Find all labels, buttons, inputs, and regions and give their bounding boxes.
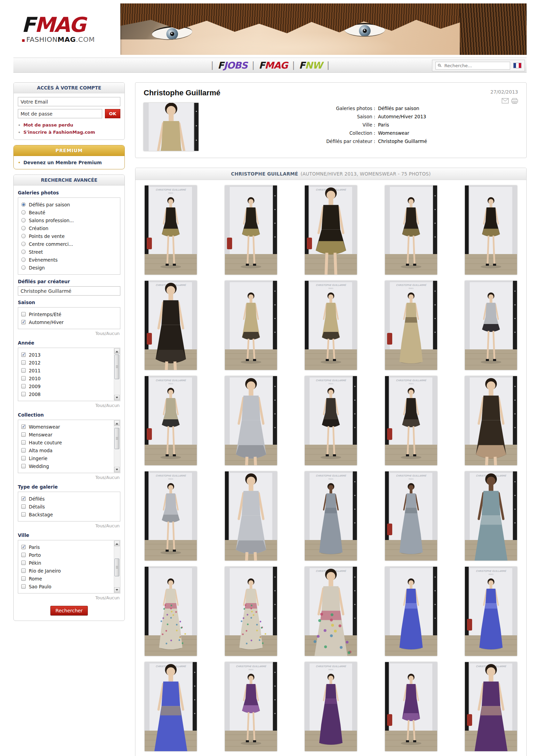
checkbox-icon[interactable] <box>21 352 26 357</box>
email-field[interactable] <box>18 97 120 106</box>
checkbox-option[interactable]: Détails <box>20 503 118 511</box>
premium-link[interactable]: • Devenez un Membre Premium <box>18 160 120 165</box>
gallery-photo[interactable]: CHRISTOPHE GUILLARMÉPARIS <box>305 662 357 751</box>
checkbox-icon[interactable] <box>21 568 26 573</box>
radio-icon[interactable] <box>21 250 26 254</box>
checkbox-option[interactable]: 2012 <box>20 359 112 367</box>
checkbox-option[interactable]: Paris <box>20 543 112 551</box>
scroll-up-button[interactable] <box>114 348 120 354</box>
gallery-photo[interactable] <box>385 567 437 656</box>
checkbox-option[interactable]: 2009 <box>20 382 112 390</box>
radio-option[interactable]: Street <box>20 248 118 256</box>
checkbox-option[interactable]: Wedding <box>20 462 112 470</box>
radio-icon[interactable] <box>21 234 26 238</box>
gallery-photo[interactable]: CHRISTOPHE GUILLARMÉPARIS <box>305 185 357 275</box>
checkbox-option[interactable]: Lingerie <box>20 454 112 462</box>
gallery-photo[interactable] <box>225 281 277 370</box>
gallery-photo[interactable]: CHRISTOPHE GUILLARMÉPARIS <box>145 376 197 465</box>
radio-option[interactable]: Evènements <box>20 256 118 264</box>
radio-icon[interactable] <box>21 226 26 230</box>
checkbox-icon[interactable] <box>21 456 26 460</box>
gallery-photo[interactable] <box>225 185 277 275</box>
premium-link-label[interactable]: Devenez un Membre Premium <box>23 160 101 165</box>
checkbox-icon[interactable] <box>21 384 26 388</box>
checkbox-icon[interactable] <box>21 368 26 373</box>
gallery-photo[interactable]: CHRISTOPHE GUILLARMÉPARIS <box>465 471 517 561</box>
checkbox-option[interactable]: 2008 <box>20 390 112 398</box>
scroll-thumb[interactable] <box>115 559 119 576</box>
checkbox-option[interactable]: Sao Paulo <box>20 583 112 590</box>
checkbox-option[interactable]: Backstage <box>20 511 118 518</box>
checkbox-icon[interactable] <box>21 584 26 589</box>
gallery-photo[interactable]: CHRISTOPHE GUILLARMÉPARIS <box>305 567 357 656</box>
gallery-photo[interactable] <box>225 376 277 465</box>
checkbox-option[interactable]: Printemps/Eté <box>20 310 118 318</box>
nav-logo-fmag[interactable]: FMAG <box>259 60 288 71</box>
password-field[interactable] <box>18 109 102 118</box>
checkbox-icon[interactable] <box>21 376 26 381</box>
gallery-photo[interactable]: CHRISTOPHE GUILLARMÉPARIS <box>305 471 357 561</box>
nav-logo-fnw[interactable]: FNW <box>299 60 322 71</box>
checkbox-option[interactable]: 2011 <box>20 367 112 374</box>
radio-icon[interactable] <box>21 210 26 215</box>
radio-option[interactable]: Beauté <box>20 208 118 216</box>
checkbox-icon[interactable] <box>21 424 26 429</box>
checkbox-option[interactable]: Haute couture <box>20 439 112 446</box>
search-input[interactable] <box>435 62 510 70</box>
scrollbar[interactable] <box>114 420 120 472</box>
gallery-photo[interactable] <box>385 185 437 275</box>
checkbox-icon[interactable] <box>21 553 26 557</box>
checkbox-icon[interactable] <box>21 432 26 437</box>
gallery-photo[interactable]: CHRISTOPHE GUILLARMÉPARIS <box>465 662 517 751</box>
checkbox-option[interactable]: Alta moda <box>20 446 112 454</box>
gallery-photo[interactable]: CHRISTOPHE GUILLARMÉPARIS <box>145 281 197 370</box>
gallery-photo[interactable] <box>145 567 197 656</box>
checkbox-option[interactable]: Pékin <box>20 559 112 567</box>
scroll-down-button[interactable] <box>114 467 120 472</box>
print-icon[interactable] <box>511 98 518 104</box>
checkbox-option[interactable]: 2013 <box>20 351 112 359</box>
account-link-label[interactable]: S'inscrire à FashionMag.com <box>23 130 95 135</box>
checkbox-icon[interactable] <box>21 545 26 549</box>
checkbox-icon[interactable] <box>21 496 26 501</box>
radio-icon[interactable] <box>21 257 26 262</box>
checkbox-icon[interactable] <box>21 561 26 565</box>
gallery-photo[interactable]: CHRISTOPHE GUILLARMÉPARIS <box>305 376 357 465</box>
gallery-photo[interactable] <box>465 376 517 465</box>
account-link[interactable]: •S'inscrire à FashionMag.com <box>18 129 120 136</box>
checkbox-icon[interactable] <box>21 312 26 316</box>
checkbox-option[interactable]: Porto <box>20 551 112 559</box>
gallery-photo[interactable]: CHRISTOPHE GUILLARMÉPARIS <box>145 662 197 751</box>
gallery-photo[interactable] <box>225 471 277 561</box>
login-ok-button[interactable]: OK <box>105 109 120 118</box>
gallery-photo[interactable]: CHRISTOPHE GUILLARMÉPARIS <box>305 281 357 370</box>
scroll-down-button[interactable] <box>114 395 120 400</box>
checkbox-icon[interactable] <box>21 440 26 445</box>
checkbox-option[interactable]: Automne/Hiver <box>20 318 118 326</box>
gallery-photo[interactable]: CHRISTOPHE GUILLARMÉPARIS <box>385 281 437 370</box>
french-flag-icon[interactable] <box>513 63 521 68</box>
checkbox-option[interactable]: Défilés <box>20 495 118 503</box>
gallery-photo[interactable]: CHRISTOPHE GUILLARMÉPARIS <box>385 376 437 465</box>
scroll-thumb[interactable] <box>115 428 119 449</box>
gallery-photo[interactable] <box>225 567 277 656</box>
radio-option[interactable]: Salons profession... <box>20 216 118 224</box>
radio-option[interactable]: Défilés par saison <box>20 201 118 208</box>
radio-option[interactable]: Design <box>20 264 118 272</box>
checkbox-icon[interactable] <box>21 360 26 365</box>
gallery-photo[interactable]: CHRISTOPHE GUILLARMÉPARIS <box>145 471 197 561</box>
collection-toggle-all[interactable]: Tous/Aucun <box>18 473 120 480</box>
checkbox-option[interactable]: 2010 <box>20 374 112 382</box>
scroll-up-button[interactable] <box>114 420 120 426</box>
gallery-photo[interactable]: CHRISTOPHE GUILLARMÉPARIS <box>225 662 277 751</box>
createur-input[interactable] <box>18 286 120 296</box>
article-thumbnail-photo[interactable] <box>144 103 199 151</box>
gallery-photo[interactable]: CHRISTOPHE GUILLARMÉPARIS <box>465 567 517 656</box>
radio-option[interactable]: Centre commerci... <box>20 240 118 248</box>
radio-icon[interactable] <box>21 242 26 246</box>
radio-icon[interactable] <box>21 202 26 207</box>
scroll-up-button[interactable] <box>114 541 120 546</box>
radio-icon[interactable] <box>21 218 26 223</box>
checkbox-icon[interactable] <box>21 504 26 509</box>
rechercher-button[interactable]: Rechercher <box>50 606 88 615</box>
